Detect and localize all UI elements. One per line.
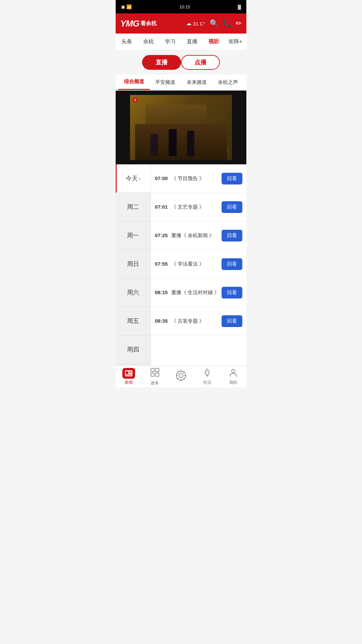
program-title: 《 节目预告 》 [171, 175, 204, 181]
day-tue[interactable]: 周二 [116, 193, 150, 221]
program-item: 07:25 重播《 余杭新闻 》 回看 [151, 221, 246, 250]
day-mon[interactable]: 周一 [116, 221, 150, 250]
channel-tab-zhisheng[interactable]: 余杭之声 [213, 75, 244, 90]
nav-tab-toutiao[interactable]: 头条 [116, 34, 137, 50]
svg-rect-8 [156, 373, 159, 376]
nav-tab-juzhen[interactable]: 矩阵+ [225, 34, 246, 50]
life-icon [202, 368, 212, 379]
program-list: 07:00 《 节目预告 》 回看 07:01 《 文艺专题 》 回看 07:2… [151, 164, 246, 366]
program-title: 《 学法看法 》 [171, 261, 204, 267]
program-info: 08:35 《 古装专题 》 [155, 318, 222, 324]
vod-btn[interactable]: 点播 [181, 55, 220, 70]
logo-text: 看余杭 [140, 20, 157, 27]
edit-icon[interactable]: ✏ [236, 19, 242, 28]
video-player[interactable]: S 县花梦 [116, 91, 246, 164]
replay-button[interactable]: 回看 [222, 258, 242, 270]
grid-icon [150, 368, 160, 379]
sub-nav: 直播 点播 [116, 50, 246, 74]
wifi-icon: 📶 [126, 4, 132, 9]
program-title: 重播《 生活对对碰 》 [171, 289, 219, 295]
program-item: 08:15 重播《 生活对对碰 》 回看 [151, 278, 246, 307]
day-fri[interactable]: 周五 [116, 307, 150, 335]
channel-logo: S [133, 98, 137, 102]
news-icon [122, 368, 135, 379]
channel-tab-weilai[interactable]: 未来频道 [181, 75, 213, 90]
svg-rect-1 [126, 371, 128, 374]
program-time: 07:01 [155, 204, 168, 210]
replay-button[interactable]: 回看 [222, 230, 242, 241]
battery-icon: ▓ [238, 4, 241, 9]
program-info: 08:15 重播《 生活对对碰 》 [155, 289, 222, 296]
bottom-nav: 新闻 政务 [116, 366, 246, 387]
day-sat[interactable]: 周六 [116, 278, 150, 307]
replay-button[interactable]: 回看 [222, 315, 242, 327]
replay-button[interactable]: 回看 [222, 287, 242, 299]
logo-ymg: YMG [120, 18, 139, 29]
svg-line-15 [178, 372, 179, 373]
nav-tab-zhibo[interactable]: 直播 [181, 34, 203, 50]
bottom-nav-zhengwu-label: 政务 [151, 380, 159, 386]
search-icon[interactable]: 🔍 [209, 19, 219, 28]
program-info: 07:01 《 文艺专题 》 [155, 204, 222, 210]
program-time: 07:00 [155, 175, 168, 181]
bottom-nav-shenghuo[interactable]: 生活 [194, 368, 220, 385]
program-time: 08:35 [155, 318, 168, 324]
day-sun[interactable]: 周日 [116, 250, 150, 278]
svg-rect-5 [151, 368, 154, 372]
svg-rect-6 [156, 368, 159, 372]
nav-tab-yuhang[interactable]: 余杭 [137, 34, 159, 50]
app-header: YMG 看余杭 ☁ 31 C° 🔍 📞 ✏ [116, 13, 246, 34]
live-btn[interactable]: 直播 [142, 55, 181, 70]
status-left-icons: ▣ 📶 [121, 4, 132, 9]
replay-button[interactable]: 回看 [222, 201, 242, 213]
sim-icon: ▣ [121, 4, 125, 9]
svg-rect-4 [126, 375, 132, 375]
video-content: S 县花梦 [130, 95, 232, 160]
day-today[interactable]: 今天 › [116, 164, 150, 193]
svg-point-10 [179, 374, 183, 378]
day-thu[interactable]: 周四 [116, 335, 150, 364]
day-sidebar: 今天 › 周二 周一 周日 周六 周五 周四 [116, 164, 151, 366]
svg-point-21 [232, 369, 235, 373]
bottom-nav-mine[interactable]: 我的 [220, 368, 246, 385]
bottom-nav-shenghuo-label: 生活 [203, 380, 211, 385]
status-time: 10:15 [179, 4, 190, 9]
channel-tabs: 综合频道 平安频道 未来频道 余杭之声 [116, 74, 246, 91]
program-title: 《 文艺专题 》 [171, 204, 204, 210]
program-info: 07:55 《 学法看法 》 [155, 261, 222, 267]
app-logo: YMG 看余杭 [120, 18, 157, 29]
nav-tab-xuexi[interactable]: 学习 [159, 34, 181, 50]
person-icon [229, 368, 238, 379]
program-info: 07:25 重播《 余杭新闻 》 [155, 232, 222, 239]
weather-temp: 31 C° [193, 21, 205, 26]
today-arrow-icon: › [139, 176, 141, 181]
program-title: 《 古装专题 》 [171, 318, 204, 324]
bottom-nav-zhengwu[interactable]: 政务 [142, 368, 168, 386]
status-bar: ▣ 📶 10:15 ▓ [116, 0, 246, 13]
phone-icon[interactable]: 📞 [223, 19, 232, 28]
program-info: 07:00 《 节目预告 》 [155, 175, 222, 182]
schedule-area: 今天 › 周二 周一 周日 周六 周五 周四 07:00 《 节目预告 》 回看… [116, 164, 246, 366]
camera-icon [176, 370, 186, 382]
svg-line-16 [183, 378, 185, 379]
bottom-nav-mine-label: 我的 [229, 380, 237, 385]
bottom-nav-news-label: 新闻 [125, 380, 133, 385]
svg-rect-3 [129, 373, 132, 373]
today-label: 今天 [126, 174, 138, 182]
weather-icon: ☁ [186, 20, 191, 26]
bottom-nav-camera[interactable] [168, 370, 194, 383]
bottom-nav-news[interactable]: 新闻 [116, 368, 142, 385]
replay-button[interactable]: 回看 [222, 173, 242, 184]
program-time: 07:25 [155, 232, 168, 238]
program-item: 07:55 《 学法看法 》 回看 [151, 250, 246, 278]
status-right-icons: ▓ [238, 4, 241, 9]
svg-line-17 [183, 372, 185, 373]
nav-tab-shiting[interactable]: 视听 [203, 34, 225, 50]
header-right: ☁ 31 C° 🔍 📞 ✏ [186, 19, 242, 28]
channel-tab-zonghe[interactable]: 综合频道 [118, 74, 150, 90]
svg-rect-7 [151, 373, 154, 376]
channel-tab-pingan[interactable]: 平安频道 [150, 75, 181, 90]
program-item: 07:01 《 文艺专题 》 回看 [151, 193, 246, 221]
svg-rect-20 [206, 375, 208, 376]
program-time: 07:55 [155, 261, 168, 267]
